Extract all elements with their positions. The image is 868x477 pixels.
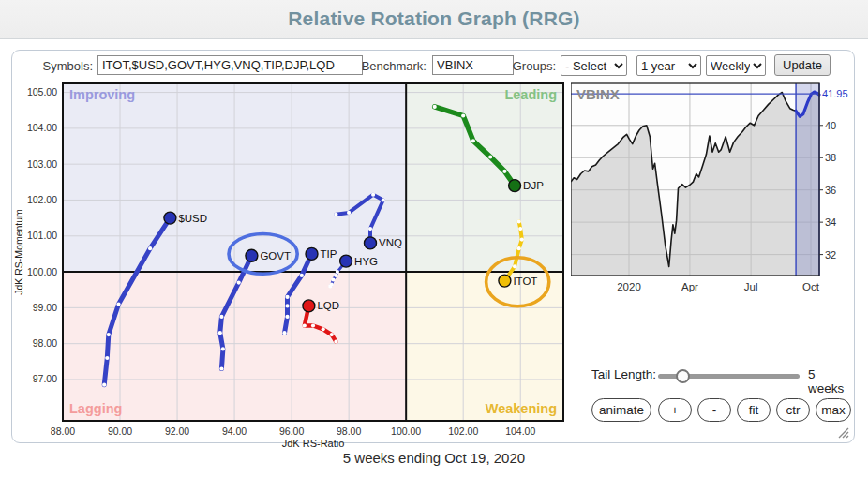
rrg-app: Relative Rotation Graph (RRG) Symbols: B… [0,0,868,477]
rrg-chart[interactable]: ImprovingLeadingLaggingWeakening$USDGOVT… [12,76,575,449]
trail-node-DJP [461,113,465,117]
marker-DJP[interactable] [509,180,521,192]
last-value-label: 41.95 [822,88,848,99]
tail-length-slider-thumb[interactable] [676,369,690,383]
trail-node-GOVT [221,347,225,350]
tail-window-band [796,83,819,276]
x-tick-label: 100.00 [391,425,421,437]
groups-select[interactable]: - Select - [561,55,627,76]
date-tick-label: Apr [681,281,698,292]
period-select[interactable]: 1 year [636,55,701,76]
trail-node-TIP [285,315,289,319]
benchmark-label: Benchmark: [361,59,427,73]
x-tick-label: 102.00 [448,425,478,437]
chart-caption: 5 weeks ending Oct 19, 2020 [0,450,868,466]
price-tick-label: 32 [825,249,836,261]
animate-button[interactable]: animate [591,398,651,422]
price-tick-label: 38 [825,152,836,163]
marker-label-VNQ: VNQ [379,237,402,248]
trail-node-VNQ [371,193,375,197]
marker-GOVT[interactable] [246,249,258,261]
fit-button[interactable]: fit [737,398,771,422]
tail-length-label: Tail Length: [591,367,656,381]
y-tick-label: 98.00 [33,337,57,349]
date-tick-label: Oct [802,281,820,292]
y-tick-label: 100.00 [27,266,57,277]
marker-label-GOVT: GOVT [260,250,291,261]
center-button[interactable]: ctr [776,398,810,422]
quadrant-leading [406,83,563,272]
trail-node-DJP [471,139,475,142]
price-tick-label: 34 [825,216,836,228]
benchmark-chart[interactable]: VBINX323436384041.952020AprJulOct [571,76,856,320]
quadrant-weakening [406,272,563,421]
symbols-input[interactable] [97,55,363,75]
benchmark-input[interactable] [432,55,514,75]
groups-label: Groups: [507,59,556,73]
trail-node-VNQ [368,227,372,231]
marker-LQD[interactable] [303,300,315,312]
marker-label-HYG: HYG [354,256,378,267]
trail-node-ITOT [520,238,524,242]
trail-node-$USD [107,333,111,336]
date-tick-label: Jul [744,281,758,292]
trail-node-LQD [322,327,325,331]
trail-node-$USD [116,302,120,306]
frequency-select[interactable]: Weekly [706,55,766,76]
trail-node-LQD [334,340,337,344]
quadrant-label-weakening: Weakening [486,401,557,416]
update-button[interactable]: Update [774,54,831,76]
quadrant-label-improving: Improving [69,87,135,102]
zoom-out-button[interactable]: - [697,398,731,422]
trail-node-LQD [303,323,307,327]
trail-node-$USD [102,383,106,387]
y-tick-label: 97.00 [33,373,57,384]
trail-node-TIP [285,295,289,299]
resize-handle-icon[interactable] [837,426,849,439]
y-axis-title: JdK RS-Momentum [13,209,24,295]
x-tick-label: 96.00 [279,425,304,437]
trail-node-GOVT [219,315,223,319]
trail-node-DJP [488,155,492,158]
trail-node-HYG [334,274,337,277]
trail-node-ITOT [518,227,522,231]
trail-node-$USD [148,246,152,250]
trail-node-VNQ [382,198,385,201]
marker-label-TIP: TIP [321,248,337,260]
page-title: Relative Rotation Graph (RRG) [0,0,868,37]
trail-node-DJP [433,105,437,109]
quadrant-label-lagging: Lagging [69,401,122,416]
x-tick-label: 88.00 [51,425,75,437]
marker-ITOT[interactable] [499,275,511,287]
trail-node-LQD [311,323,315,327]
trail-node-ITOT [517,246,521,250]
trail-node-HYG [331,277,335,281]
marker-$USD[interactable] [164,212,176,224]
trail-node-VNQ [347,211,351,215]
y-tick-label: 104.00 [27,122,57,133]
x-tick-label: 98.00 [337,425,361,437]
trail-node-TIP [285,304,289,307]
marker-HYG[interactable] [340,255,352,267]
trail-node-LQD [330,333,334,336]
x-tick-label: 94.00 [222,425,247,437]
trail-node-HYG [330,282,334,286]
marker-label-LQD: LQD [317,300,339,311]
date-tick-label: 2020 [617,281,641,292]
max-button[interactable]: max [816,398,851,422]
symbols-label: Symbols: [29,59,93,73]
zoom-in-button[interactable]: + [658,398,692,422]
trail-node-DJP [502,170,506,173]
trail-node-ITOT [513,264,516,268]
x-tick-label: 104.00 [505,425,535,437]
trail-node-VNQ [334,213,337,216]
marker-label-ITOT: ITOT [513,276,537,287]
marker-VNQ[interactable] [365,237,377,249]
marker-label-$USD: $USD [178,213,207,224]
marker-TIP[interactable] [306,247,318,260]
y-tick-label: 101.00 [27,230,57,241]
trail-node-GOVT [237,281,241,285]
trail-node-GOVT [219,366,223,370]
tail-length-slider-track[interactable] [658,374,800,379]
trail-node-$USD [105,356,109,360]
